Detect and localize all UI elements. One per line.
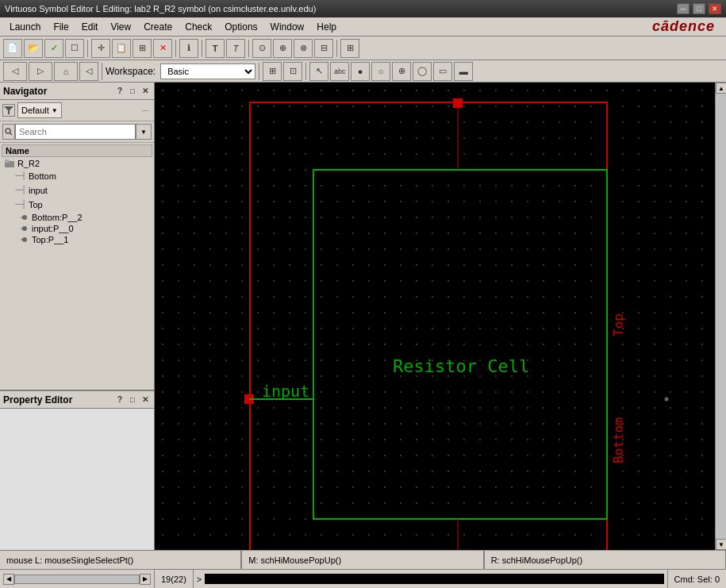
- tree-root-item[interactable]: R_R2: [2, 158, 152, 169]
- tb2-circle[interactable]: ◯: [413, 62, 432, 81]
- search-dropdown-btn[interactable]: ▼: [136, 124, 152, 140]
- scroll-track-v[interactable]: [716, 94, 726, 539]
- sep5: [336, 40, 337, 57]
- bottom-label: Bottom: [611, 417, 626, 463]
- menu-window[interactable]: Window: [264, 20, 311, 34]
- scroll-track-h[interactable]: [14, 575, 140, 584]
- tree-item-bottom[interactable]: ⊣ Bottom: [2, 169, 152, 183]
- tree-ref-input-p0[interactable]: input:P__0: [2, 223, 152, 234]
- toolbar2: ◁ ▷ ⌂ ◁ Workspace: Basic Custom ⊞ ⊡ ↖ ab…: [0, 60, 726, 83]
- tb-zoom-fit[interactable]: ⊙: [252, 39, 271, 58]
- tb2-ellipse[interactable]: ○: [371, 62, 390, 81]
- scroll-right-btn[interactable]: ▶: [140, 574, 151, 585]
- menu-check[interactable]: Check: [179, 20, 218, 34]
- tb-check[interactable]: ☐: [65, 39, 84, 58]
- menu-launch[interactable]: Launch: [3, 20, 47, 34]
- menu-file[interactable]: File: [47, 20, 75, 34]
- tb-delete[interactable]: ✕: [153, 39, 172, 58]
- scroll-up-btn[interactable]: ▲: [716, 83, 726, 94]
- sep4: [248, 40, 249, 57]
- tb2-text[interactable]: abc: [330, 62, 349, 81]
- close-button[interactable]: ✕: [709, 3, 721, 14]
- tb-grid[interactable]: ⊞: [340, 39, 359, 58]
- pe-header-icons: ? □ ✕: [114, 394, 151, 405]
- tb2-fill[interactable]: ●: [351, 62, 370, 81]
- navigator-close-icon[interactable]: ✕: [140, 86, 151, 97]
- tb2-rect[interactable]: ▬: [454, 62, 473, 81]
- tb2-home[interactable]: ⌂: [54, 62, 78, 81]
- tb2-nav-fwd[interactable]: ▷: [29, 62, 52, 81]
- property-editor-header: Property Editor ? □ ✕: [0, 391, 154, 409]
- pe-close-icon[interactable]: ✕: [140, 394, 151, 405]
- tb-move[interactable]: ✛: [91, 39, 110, 58]
- center-dot: [665, 398, 669, 402]
- tb-zoom-prev[interactable]: ⊟: [314, 39, 333, 58]
- scroll-down-btn[interactable]: ▼: [716, 539, 726, 550]
- maximize-button[interactable]: □: [693, 3, 705, 14]
- pin-icon-bottom: ⊣: [14, 170, 25, 183]
- menu-edit[interactable]: Edit: [75, 20, 105, 34]
- filter-default-btn[interactable]: Default ▼: [17, 102, 62, 118]
- filter-arrow-icon: ▼: [52, 107, 58, 114]
- menu-create[interactable]: Create: [137, 20, 179, 34]
- statusbar2: ◀ ▶ 19(22) > Cmd: Sel: 0: [0, 569, 726, 588]
- tree-ref-label-2: input:P__0: [32, 224, 74, 233]
- tb-text1[interactable]: T: [206, 39, 225, 58]
- status-coord-display: 19(22): [155, 570, 194, 588]
- menu-view[interactable]: View: [104, 20, 137, 34]
- canvas-area[interactable]: Top Bottom Resistor Cell input: [155, 83, 715, 550]
- tb-open[interactable]: 📂: [24, 39, 43, 58]
- tree-item-top[interactable]: ⊣ Top: [2, 198, 152, 212]
- pin-icon-top: ⊣: [14, 198, 25, 211]
- right-scrollbar: ▲ ▼: [715, 83, 726, 550]
- titlebar-controls: ─ □ ✕: [677, 3, 721, 14]
- tb2-select[interactable]: ↖: [309, 62, 328, 81]
- tree-label-input: input: [29, 186, 48, 195]
- tb-zoom-in[interactable]: ⊕: [273, 39, 292, 58]
- status-coords-section: ◀ ▶: [0, 570, 155, 588]
- tb-text2[interactable]: T: [226, 39, 245, 58]
- navigator-help-icon[interactable]: ?: [114, 86, 125, 97]
- tb2-line[interactable]: ▭: [433, 62, 452, 81]
- tree-root-label: R_R2: [17, 159, 40, 168]
- tree-ref-top-p1[interactable]: Top:P__1: [2, 234, 152, 245]
- menu-options[interactable]: Options: [218, 20, 263, 34]
- cmd-input-field[interactable]: [205, 574, 663, 584]
- tree-ref-bottom-p2[interactable]: Bottom:P__2: [2, 212, 152, 223]
- filter-more-icon[interactable]: ···: [139, 104, 152, 117]
- navigator-detach-icon[interactable]: □: [127, 86, 138, 97]
- status-mouse-m-text: M: schHiMousePopUp(): [248, 555, 341, 565]
- tb-new[interactable]: 📄: [3, 39, 22, 58]
- status-mouse-r: R: schHiMousePopUp(): [484, 551, 726, 569]
- search-input[interactable]: [15, 124, 136, 140]
- titlebar: Virtuoso Symbol Editor L Editing: lab2 R…: [0, 0, 726, 17]
- tb2-symbol[interactable]: ⊡: [283, 62, 302, 81]
- tb2-btn4[interactable]: ◁: [79, 62, 98, 81]
- pe-detach-icon[interactable]: □: [127, 394, 138, 405]
- tb2-nav-back[interactable]: ◁: [3, 62, 27, 81]
- tb2-arc[interactable]: ⊕: [392, 62, 411, 81]
- inner-rect: [313, 170, 607, 519]
- tb-zoom-out[interactable]: ⊗: [294, 39, 313, 58]
- scroll-left-btn[interactable]: ◀: [3, 574, 14, 585]
- pe-help-icon[interactable]: ?: [114, 394, 125, 405]
- navigator-header: Navigator ? □ ✕: [0, 83, 154, 100]
- cadence-logo: cādence: [652, 18, 723, 35]
- pin-icon-input: ⊣: [14, 184, 25, 197]
- menu-help[interactable]: Help: [310, 20, 343, 34]
- tb2-schematic[interactable]: ⊞: [263, 62, 282, 81]
- tb-paste[interactable]: ⊞: [133, 39, 152, 58]
- tb-save[interactable]: ✓: [44, 39, 63, 58]
- folder-icon: [5, 159, 14, 168]
- status-mouse-l: mouse L: mouseSingleSelectPt(): [0, 551, 241, 569]
- status-mouse-l-text: mouse L: mouseSingleSelectPt(): [6, 555, 133, 565]
- cmd-status-text: Cmd: Sel: 0: [674, 575, 720, 584]
- tb-copy[interactable]: 📋: [112, 39, 131, 58]
- workspace-select[interactable]: Basic Custom: [160, 63, 255, 79]
- tb-info[interactable]: ℹ: [179, 39, 198, 58]
- svg-marker-0: [4, 106, 13, 114]
- cmd-input-section[interactable]: >: [194, 574, 667, 584]
- filter-icon[interactable]: [2, 104, 15, 117]
- tree-item-input[interactable]: ⊣ input: [2, 183, 152, 198]
- minimize-button[interactable]: ─: [677, 3, 690, 14]
